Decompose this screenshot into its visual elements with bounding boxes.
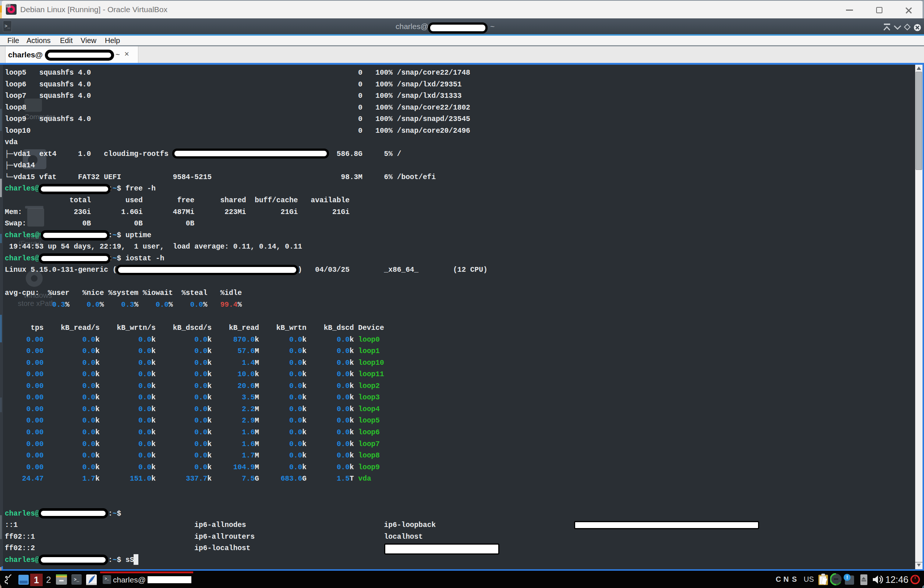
svg-text:!: ! [846,575,848,580]
